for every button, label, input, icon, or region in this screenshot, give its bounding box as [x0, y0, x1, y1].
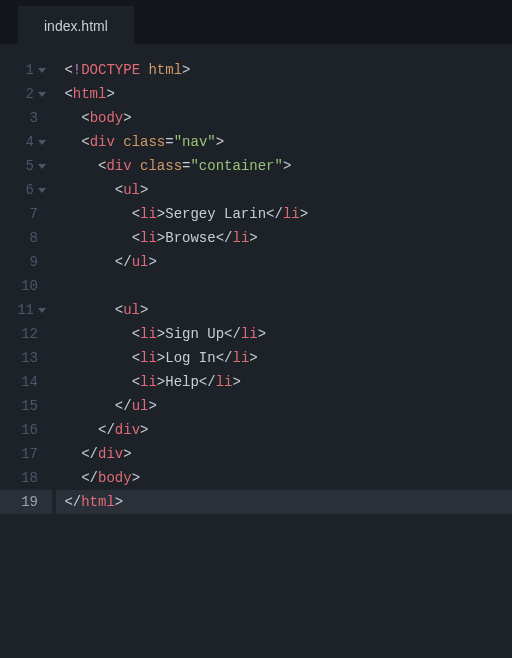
code-line[interactable]: <div class="container"> — [56, 154, 512, 178]
line-number: 12 — [0, 322, 52, 346]
line-number: 17 — [0, 442, 52, 466]
line-number: 4 — [0, 130, 52, 154]
line-number: 7 — [0, 202, 52, 226]
code-line[interactable]: <li>Sign Up</li> — [56, 322, 512, 346]
line-number: 11 — [0, 298, 52, 322]
code-line[interactable]: </div> — [56, 442, 512, 466]
line-number: 3 — [0, 106, 52, 130]
line-number: 6 — [0, 178, 52, 202]
code-line[interactable]: <body> — [56, 106, 512, 130]
fold-icon[interactable] — [38, 68, 46, 73]
tab-label: index.html — [44, 18, 108, 34]
line-number: 1 — [0, 58, 52, 82]
code-area[interactable]: <!DOCTYPE html> <html> <body> <div class… — [56, 58, 512, 514]
line-number: 16 — [0, 418, 52, 442]
code-line[interactable]: </ul> — [56, 250, 512, 274]
code-line[interactable]: <html> — [56, 82, 512, 106]
fold-icon[interactable] — [38, 164, 46, 169]
code-line[interactable]: </ul> — [56, 394, 512, 418]
code-line[interactable]: <div class="nav"> — [56, 130, 512, 154]
fold-icon[interactable] — [38, 92, 46, 97]
code-line[interactable] — [56, 274, 512, 298]
code-line[interactable]: </div> — [56, 418, 512, 442]
fold-icon[interactable] — [38, 140, 46, 145]
code-line[interactable]: </body> — [56, 466, 512, 490]
line-number: 10 — [0, 274, 52, 298]
tab-bar: index.html — [0, 0, 512, 44]
line-number: 19 — [0, 490, 52, 514]
line-number: 15 — [0, 394, 52, 418]
line-number: 5 — [0, 154, 52, 178]
code-editor[interactable]: 12345678910111213141516171819 <!DOCTYPE … — [0, 44, 512, 514]
line-number: 8 — [0, 226, 52, 250]
code-line[interactable]: <li>Browse</li> — [56, 226, 512, 250]
code-line[interactable]: <li>Help</li> — [56, 370, 512, 394]
code-line[interactable]: </html> — [56, 490, 512, 514]
fold-icon[interactable] — [38, 188, 46, 193]
gutter: 12345678910111213141516171819 — [0, 58, 56, 514]
code-line[interactable]: <!DOCTYPE html> — [56, 58, 512, 82]
line-number: 9 — [0, 250, 52, 274]
line-number: 14 — [0, 370, 52, 394]
code-line[interactable]: <ul> — [56, 178, 512, 202]
line-number: 18 — [0, 466, 52, 490]
line-number: 13 — [0, 346, 52, 370]
code-line[interactable]: <li>Log In</li> — [56, 346, 512, 370]
fold-icon[interactable] — [38, 308, 46, 313]
code-line[interactable]: <li>Sergey Larin</li> — [56, 202, 512, 226]
code-line[interactable]: <ul> — [56, 298, 512, 322]
tab-index-html[interactable]: index.html — [18, 6, 134, 44]
line-number: 2 — [0, 82, 52, 106]
